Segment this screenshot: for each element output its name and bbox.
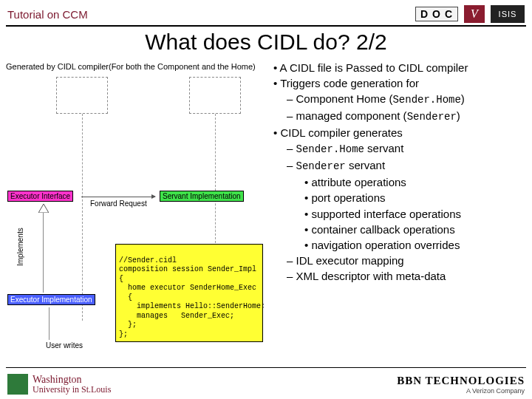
bbn-main-text: BBN TECHNOLOGIES — [397, 375, 525, 387]
generated-box-right — [189, 77, 241, 114]
bullet-3b5: navigation operation overrides — [270, 238, 526, 252]
bullet-2b-pre: managed component ( — [296, 109, 407, 122]
bbn-logo: BBN TECHNOLOGIES A Verizon Company — [397, 375, 525, 395]
lifeline-left — [82, 114, 83, 321]
bullet-2a-post: ) — [461, 92, 465, 105]
cidl-line-6: manages Sender_Exec; — [119, 312, 234, 320]
bullet-3b: Senderer servant — [270, 158, 526, 174]
diagram-region: Generated by CIDL compiler(For both the … — [4, 59, 272, 369]
footer-rule — [6, 367, 526, 368]
vanderbilt-logo-icon: V — [464, 5, 485, 23]
bullet-5: XML descriptor with meta-data — [270, 269, 526, 283]
cidl-line-8: }; — [119, 330, 128, 338]
wustl-line2: University in St.Louis — [33, 385, 111, 394]
isis-logo-icon: ISIS — [491, 5, 525, 23]
bullet-2b: managed component (Senderer) — [270, 109, 526, 124]
header-rule — [6, 25, 526, 27]
bullet-2b-code: Senderer — [407, 111, 457, 123]
wustl-logo: Washington University in St.Louis — [7, 374, 111, 395]
bullet-3a-code: Sender.Home — [296, 143, 364, 155]
wustl-text: Washington University in St.Louis — [33, 375, 111, 394]
slide-body: Generated by CIDL compiler(For both the … — [0, 59, 532, 384]
bullet-3a-post: servant — [364, 142, 403, 154]
cidl-line-7: }; — [119, 321, 137, 329]
bbn-sub-text: A Verizon Company — [397, 387, 525, 395]
bullet-2a: Component Home (Sender.Home) — [270, 92, 526, 107]
bullet-3b-code: Senderer — [296, 160, 346, 172]
bullet-2b-post: ) — [457, 109, 460, 122]
bullet-2: Triggers code generation for — [270, 76, 526, 90]
lifeline-right — [215, 114, 216, 247]
servant-implementation-box: Servant Implementation — [160, 191, 244, 202]
inheritance-triangle-icon — [38, 204, 49, 213]
header-bar: Tutorial on CCM D O C V ISIS — [0, 0, 532, 25]
bullet-2a-pre: Component Home ( — [296, 92, 393, 105]
cidl-snippet-box: //Sender.cidl composition session Sender… — [115, 244, 263, 342]
implements-label: Implements — [16, 228, 24, 266]
cidl-line-5: implements Hello::SenderHome; — [119, 302, 265, 310]
bullet-2a-code: Sender.Home — [392, 94, 460, 106]
cidl-line-2: { — [119, 275, 123, 283]
user-writes-label: User writes — [46, 341, 83, 349]
cidl-line-3: home executor SenderHome_Exec — [119, 284, 256, 292]
bullet-3: CIDL compiler generates — [270, 126, 526, 140]
user-writes-line — [49, 307, 50, 340]
bullet-3b-post: servant — [346, 159, 385, 171]
header-title: Tutorial on CCM — [7, 8, 88, 21]
bullet-3b2: port operations — [270, 191, 526, 205]
page-title: What does CIDL do? 2/2 — [0, 30, 532, 55]
bullet-3a: Sender.Home servant — [270, 141, 526, 157]
bullet-3b1: attribute operations — [270, 175, 526, 189]
bullet-4: IDL executor mapping — [270, 253, 526, 267]
bullet-1: A CIDL file is Passed to CIDL compiler — [270, 61, 526, 75]
cidl-line-4: { — [119, 293, 132, 301]
generated-box-left — [56, 77, 108, 114]
bullet-list: A CIDL file is Passed to CIDL compiler T… — [270, 61, 526, 285]
header-logos: D O C V ISIS — [415, 5, 525, 23]
bullet-3b3: supported interface operations — [270, 207, 526, 221]
wustl-shield-icon — [7, 374, 28, 395]
bullet-3b4: container callback operations — [270, 222, 526, 236]
doc-logo-icon: D O C — [415, 7, 458, 21]
cidl-line-1: composition session Sender_Impl — [119, 265, 256, 273]
executor-implementation-box: Executor Implementation — [7, 294, 95, 305]
wustl-line1: Washington — [33, 375, 111, 385]
svg-marker-0 — [38, 204, 49, 213]
generated-label: Generated by CIDL compiler(For both the … — [6, 62, 256, 71]
inheritance-line — [43, 213, 44, 293]
forward-request-label: Forward Request — [90, 200, 147, 208]
footer-bar: Washington University in St.Louis BBN TE… — [0, 369, 532, 399]
executor-interface-box: Executor Interface — [7, 191, 73, 202]
cidl-line-0: //Sender.cidl — [119, 256, 177, 265]
forward-request-arrow-icon — [81, 197, 155, 197]
